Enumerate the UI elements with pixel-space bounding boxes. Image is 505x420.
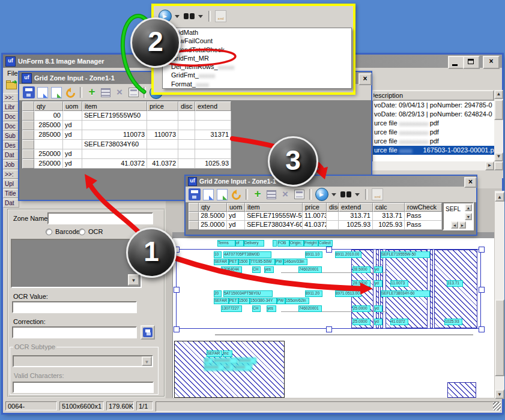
grid-cell[interactable]: yd [227, 221, 245, 230]
grid-cell[interactable]: 1025.93 [373, 221, 405, 230]
grid-cell[interactable] [178, 111, 195, 121]
grid-cell[interactable]: 313.71 [373, 212, 405, 221]
insert-row-icon[interactable] [101, 88, 110, 97]
menu-item-format[interactable]: Format_xxxx [163, 80, 351, 88]
grid-cell[interactable]: yd [63, 130, 82, 140]
grid-cell[interactable]: 00 [34, 111, 63, 121]
selection-handle[interactable] [479, 326, 485, 332]
delete-icon[interactable] [279, 188, 291, 200]
grid-cell[interactable]: 285000 [34, 130, 63, 140]
grid-cell[interactable] [327, 212, 339, 221]
grid-cell[interactable] [178, 130, 195, 140]
grid-cell[interactable]: SEFLE738034Y-60 [245, 221, 303, 230]
dialog1-close-icon[interactable]: × [358, 73, 372, 85]
grid-cell[interactable] [195, 140, 231, 149]
selection-handle[interactable] [326, 247, 332, 253]
grid-cell[interactable]: 285000 [34, 121, 63, 130]
row-header[interactable] [189, 221, 199, 230]
menu-item-delitemrows[interactable]: Del_ItemRows_xxxxx [163, 62, 351, 71]
grid-cell[interactable] [82, 121, 147, 130]
selection-handle[interactable] [479, 247, 485, 253]
grid-cell[interactable]: 1025.93 [339, 221, 373, 230]
replace-icon[interactable] [217, 189, 228, 200]
grid-cell[interactable] [195, 121, 231, 130]
side-scroll-up-icon[interactable]: ▲ [465, 204, 472, 211]
menu-item-rowfailcount[interactable]: RowFailCount [163, 37, 351, 45]
run-icon[interactable] [315, 188, 328, 201]
side-scroll-left-icon[interactable]: ◄ [451, 221, 458, 229]
grid-cell[interactable] [63, 140, 82, 149]
replace-icon[interactable] [51, 87, 62, 98]
grid-cell[interactable] [195, 111, 231, 121]
grid-cell[interactable]: 11.0073 [303, 212, 327, 221]
grid-cell[interactable]: yd [227, 212, 245, 221]
grid-cell[interactable]: 110073 [147, 130, 178, 140]
grid-cell[interactable] [34, 140, 63, 149]
undo-icon[interactable] [64, 86, 76, 98]
grid-cell[interactable]: 41.0372 [82, 159, 147, 169]
grid-cell[interactable] [178, 121, 195, 130]
grid-cell[interactable] [195, 149, 231, 159]
grid-cell[interactable] [178, 159, 195, 169]
grid-cell[interactable]: yd [63, 149, 82, 159]
row-header[interactable] [189, 212, 199, 221]
grid-cell[interactable]: Pass [405, 221, 442, 230]
undo-icon[interactable] [230, 188, 242, 200]
grid-cell[interactable]: 1025.93 [195, 159, 231, 169]
grid-cell[interactable]: 250000 [34, 149, 63, 159]
grid-cell[interactable]: SEFLE719555W-50 [245, 212, 303, 221]
row-header[interactable] [22, 130, 34, 140]
grid-cell[interactable] [147, 111, 178, 121]
grid-cell[interactable] [147, 140, 178, 149]
save-icon[interactable] [189, 188, 201, 200]
grid-cell[interactable]: SEFLE738034Y60 [82, 140, 147, 149]
drop-icon[interactable] [197, 10, 205, 22]
grid-cell[interactable] [327, 221, 339, 230]
grid-cell[interactable] [82, 149, 147, 159]
grid-cell[interactable]: SEFLE719555W50 [82, 111, 147, 121]
save-icon[interactable] [23, 86, 35, 98]
selection-handle[interactable] [174, 287, 180, 293]
delete-icon[interactable] [113, 86, 125, 98]
insert-row-icon[interactable] [267, 190, 276, 199]
grid-cell[interactable]: 31371 [195, 130, 231, 140]
drop-icon[interactable] [330, 188, 338, 200]
open-icon[interactable] [37, 87, 48, 98]
menu-item-gridmath[interactable]: GridMath [163, 28, 351, 37]
find-icon[interactable] [183, 10, 195, 22]
drop-icon[interactable] [354, 188, 361, 200]
selection-handle[interactable] [326, 326, 332, 332]
grid-cell[interactable]: 250000 [34, 159, 63, 169]
grid-cell[interactable]: 25.0000 [199, 221, 227, 230]
drop-icon[interactable] [174, 10, 181, 22]
grid-cell[interactable] [178, 140, 195, 149]
dialog2-close-icon[interactable]: × [464, 177, 477, 188]
menu-item-extendtotalcheck[interactable]: ExtendTotalCheck [163, 46, 351, 54]
menu-item-gridfmt[interactable]: GridFmt_xxxxx [163, 71, 351, 79]
grid-cell[interactable]: 41.0372 [147, 159, 178, 169]
menu-item-gridfmtmr[interactable]: GridFmt_MR [163, 54, 351, 62]
add-icon[interactable] [252, 188, 264, 200]
grid-cell[interactable]: 41.0372 [303, 221, 327, 230]
side-scroll-down-icon[interactable]: ▼ [465, 213, 472, 220]
grid-cell[interactable]: 28.5000 [199, 212, 227, 221]
add-icon[interactable] [86, 86, 98, 98]
side-scroll-right-icon[interactable]: ► [459, 221, 466, 229]
selection-handle[interactable] [174, 326, 180, 332]
row-header[interactable] [22, 140, 34, 149]
row-header[interactable] [22, 149, 34, 159]
grid-cell[interactable]: Pass [405, 212, 442, 221]
grid-cell[interactable] [147, 121, 178, 130]
grid-cell[interactable]: yd [63, 159, 82, 169]
selection-handle[interactable] [479, 287, 485, 293]
grid-cell[interactable]: 313.71 [339, 212, 373, 221]
open-icon[interactable] [203, 189, 214, 200]
xml-icon[interactable] [215, 10, 226, 22]
grid-cell[interactable] [63, 111, 82, 121]
grid-cell[interactable] [147, 149, 178, 159]
row-header[interactable] [22, 111, 34, 121]
row-header[interactable] [22, 159, 34, 169]
print-icon[interactable] [129, 88, 139, 97]
row-header[interactable] [22, 121, 34, 130]
grid-cell[interactable] [178, 149, 195, 159]
